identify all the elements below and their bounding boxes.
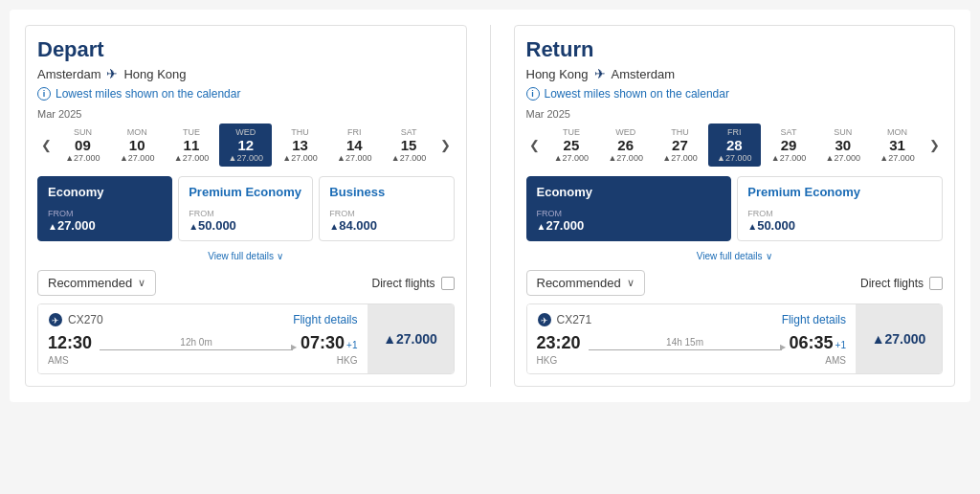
- depart-flight-arrive-time: 07:30: [301, 333, 345, 353]
- cabin-card[interactable]: Premium EconomyFROM▲50.000: [737, 176, 943, 241]
- date-cell[interactable]: MON31▲27.000: [871, 124, 924, 167]
- return-to: Amsterdam: [612, 67, 675, 81]
- depart-arrive-airport: HKG: [337, 355, 358, 366]
- date-cell[interactable]: THU27▲27.000: [654, 124, 706, 167]
- return-from: Hong Kong: [526, 67, 589, 81]
- depart-next-arrow[interactable]: ❯: [437, 137, 455, 154]
- depart-to: Hong Kong: [123, 67, 186, 81]
- depart-flight-details-link[interactable]: Flight details: [293, 313, 357, 326]
- depart-next-day: +1: [346, 340, 357, 350]
- cabin-card[interactable]: EconomyFROM▲27.000: [526, 176, 732, 241]
- depart-date-carousel: ❮ SUN09▲27.000MON10▲27.000TUE11▲27.000WE…: [37, 124, 455, 167]
- return-filter-row: Recommended ∨ Direct flights: [526, 270, 944, 296]
- return-flight-num-label: CX271: [557, 313, 592, 326]
- depart-duration-text: 12h 0m: [180, 337, 212, 348]
- return-arrive-airport: AMS: [825, 355, 846, 366]
- date-cell[interactable]: TUE11▲27.000: [166, 124, 218, 167]
- return-arrive-time-group: 06:35 +1: [790, 333, 846, 353]
- return-view-full-details[interactable]: View full details ∨: [526, 249, 944, 262]
- depart-info-text: Lowest miles shown on the calendar: [56, 87, 240, 101]
- date-cell[interactable]: SUN30▲27.000: [816, 124, 869, 167]
- panel-divider: [490, 25, 491, 387]
- return-title: Return: [526, 37, 944, 62]
- date-cell[interactable]: FRI28▲27.000: [708, 124, 761, 167]
- date-cell[interactable]: THU13▲27.000: [274, 124, 326, 167]
- depart-flight-airports: AMS HKG: [48, 355, 358, 366]
- depart-filter-row: Recommended ∨ Direct flights: [37, 270, 455, 296]
- chevron-down-icon: ∨: [277, 251, 283, 261]
- depart-view-full-details[interactable]: View full details ∨: [37, 249, 455, 262]
- date-cell[interactable]: SAT15▲27.000: [383, 124, 435, 167]
- return-flight-price: ▲27.000: [872, 331, 926, 347]
- date-cell[interactable]: FRI14▲27.000: [328, 124, 381, 167]
- return-info-text: Lowest miles shown on the calendar: [545, 87, 729, 101]
- return-next-arrow[interactable]: ❯: [925, 137, 943, 154]
- depart-flight-number: ✈ CX270: [48, 312, 103, 327]
- svg-text:✈: ✈: [52, 316, 59, 326]
- return-flight-row[interactable]: ✈ CX271 Flight details 23:20 14h 15m 06:…: [526, 303, 944, 374]
- return-direct-flights[interactable]: Direct flights: [860, 277, 943, 290]
- return-chevron-down-icon: ∨: [766, 251, 772, 261]
- return-flight-info: ✈ CX271 Flight details 23:20 14h 15m 06:…: [527, 304, 857, 373]
- return-route-arrow-icon: ✈: [594, 66, 606, 81]
- depart-dropdown-chevron-icon: ∨: [138, 277, 145, 289]
- return-flight-arrive-time: 06:35: [790, 333, 834, 353]
- date-cell[interactable]: WED26▲27.000: [599, 124, 652, 167]
- depart-route: Amsterdam ✈ Hong Kong: [37, 66, 455, 81]
- date-cell[interactable]: SUN09▲27.000: [56, 124, 109, 167]
- depart-airline-icon: ✈: [48, 312, 63, 327]
- depart-flight-price-box: ▲27.000: [368, 304, 454, 373]
- return-date-carousel: ❮ TUE25▲27.000WED26▲27.000THU27▲27.000FR…: [526, 124, 944, 167]
- depart-flight-times: 12:30 12h 0m 07:30 +1: [48, 333, 358, 353]
- depart-depart-airport: AMS: [48, 355, 69, 366]
- return-flight-header: ✈ CX271 Flight details: [537, 312, 847, 327]
- return-airline-icon: ✈: [537, 312, 552, 327]
- cabin-card[interactable]: EconomyFROM▲27.000: [37, 176, 172, 241]
- depart-sort-dropdown[interactable]: Recommended ∨: [37, 270, 156, 296]
- info-icon: i: [37, 87, 51, 101]
- return-line-icon: [589, 349, 782, 350]
- return-date-cells: TUE25▲27.000WED26▲27.000THU27▲27.000FRI2…: [546, 124, 924, 167]
- return-next-day: +1: [835, 340, 846, 350]
- depart-flight-info: ✈ CX270 Flight details 12:30 12h 0m 07:3…: [38, 304, 368, 373]
- svg-text:✈: ✈: [541, 316, 548, 326]
- depart-title: Depart: [37, 37, 455, 62]
- depart-sort-label: Recommended: [48, 276, 132, 290]
- return-dropdown-chevron-icon: ∨: [627, 277, 635, 289]
- return-direct-flights-checkbox[interactable]: [929, 277, 943, 290]
- date-cell[interactable]: SAT29▲27.000: [763, 124, 815, 167]
- return-info-icon: i: [526, 87, 540, 101]
- depart-direct-flights-checkbox[interactable]: [441, 277, 455, 290]
- depart-panel: Depart Amsterdam ✈ Hong Kong i Lowest mi…: [25, 25, 467, 387]
- depart-flight-depart-time: 12:30: [48, 333, 92, 353]
- return-sort-dropdown[interactable]: Recommended ∨: [526, 270, 645, 296]
- return-flight-details-link[interactable]: Flight details: [782, 313, 846, 326]
- depart-flight-row[interactable]: ✈ CX270 Flight details 12:30 12h 0m 07:3…: [37, 303, 455, 374]
- return-sort-label: Recommended: [537, 276, 621, 290]
- return-flight-airports: HKG AMS: [537, 355, 847, 366]
- date-cell[interactable]: WED12▲27.000: [219, 124, 272, 167]
- cabin-card[interactable]: BusinessFROM▲84.000: [319, 176, 454, 241]
- return-info-row: i Lowest miles shown on the calendar: [526, 87, 944, 101]
- return-duration-line: 14h 15m: [589, 337, 782, 350]
- return-flight-number: ✈ CX271: [537, 312, 592, 327]
- depart-direct-flights-label: Direct flights: [371, 277, 434, 290]
- depart-prev-arrow[interactable]: ❮: [37, 137, 55, 154]
- return-duration-text: 14h 15m: [666, 337, 703, 348]
- return-month: Mar 2025: [526, 108, 944, 120]
- return-flight-times: 23:20 14h 15m 06:35 +1: [537, 333, 847, 353]
- date-cell[interactable]: MON10▲27.000: [111, 124, 164, 167]
- date-cell[interactable]: TUE25▲27.000: [546, 124, 598, 167]
- return-panel: Return Hong Kong ✈ Amsterdam i Lowest mi…: [514, 25, 956, 387]
- return-depart-airport: HKG: [537, 355, 558, 366]
- return-flight-price-box: ▲27.000: [856, 304, 942, 373]
- depart-flight-header: ✈ CX270 Flight details: [48, 312, 358, 327]
- return-flight-depart-time: 23:20: [537, 333, 581, 353]
- depart-direct-flights[interactable]: Direct flights: [371, 277, 454, 290]
- return-prev-arrow[interactable]: ❮: [526, 137, 544, 154]
- depart-arrive-time-group: 07:30 +1: [301, 333, 357, 353]
- depart-date-cells: SUN09▲27.000MON10▲27.000TUE11▲27.000WED1…: [56, 124, 435, 167]
- depart-flight-price: ▲27.000: [383, 331, 437, 347]
- depart-duration-line: 12h 0m: [100, 337, 293, 350]
- cabin-card[interactable]: Premium EconomyFROM▲50.000: [178, 176, 313, 241]
